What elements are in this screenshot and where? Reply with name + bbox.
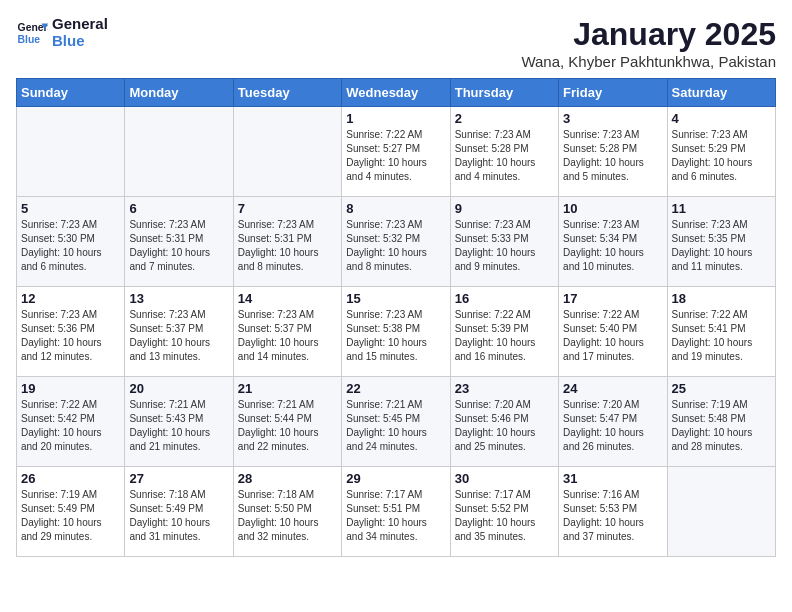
day-number: 1	[346, 111, 445, 126]
calendar-week-4: 19Sunrise: 7:22 AM Sunset: 5:42 PM Dayli…	[17, 377, 776, 467]
day-header-thursday: Thursday	[450, 79, 558, 107]
day-info: Sunrise: 7:23 AM Sunset: 5:32 PM Dayligh…	[346, 218, 445, 274]
calendar-cell: 5Sunrise: 7:23 AM Sunset: 5:30 PM Daylig…	[17, 197, 125, 287]
day-info: Sunrise: 7:21 AM Sunset: 5:43 PM Dayligh…	[129, 398, 228, 454]
day-info: Sunrise: 7:20 AM Sunset: 5:47 PM Dayligh…	[563, 398, 662, 454]
day-info: Sunrise: 7:23 AM Sunset: 5:37 PM Dayligh…	[129, 308, 228, 364]
logo: General Blue General Blue	[16, 16, 108, 49]
calendar-cell: 14Sunrise: 7:23 AM Sunset: 5:37 PM Dayli…	[233, 287, 341, 377]
calendar-cell	[233, 107, 341, 197]
page-header: General Blue General Blue January 2025 W…	[16, 16, 776, 70]
calendar-table: SundayMondayTuesdayWednesdayThursdayFrid…	[16, 78, 776, 557]
calendar-cell: 2Sunrise: 7:23 AM Sunset: 5:28 PM Daylig…	[450, 107, 558, 197]
day-number: 24	[563, 381, 662, 396]
day-number: 17	[563, 291, 662, 306]
day-number: 12	[21, 291, 120, 306]
calendar-cell: 28Sunrise: 7:18 AM Sunset: 5:50 PM Dayli…	[233, 467, 341, 557]
day-number: 21	[238, 381, 337, 396]
day-info: Sunrise: 7:23 AM Sunset: 5:31 PM Dayligh…	[238, 218, 337, 274]
calendar-cell: 19Sunrise: 7:22 AM Sunset: 5:42 PM Dayli…	[17, 377, 125, 467]
day-info: Sunrise: 7:21 AM Sunset: 5:45 PM Dayligh…	[346, 398, 445, 454]
day-info: Sunrise: 7:23 AM Sunset: 5:35 PM Dayligh…	[672, 218, 771, 274]
day-number: 19	[21, 381, 120, 396]
day-info: Sunrise: 7:18 AM Sunset: 5:49 PM Dayligh…	[129, 488, 228, 544]
day-number: 26	[21, 471, 120, 486]
calendar-week-5: 26Sunrise: 7:19 AM Sunset: 5:49 PM Dayli…	[17, 467, 776, 557]
day-info: Sunrise: 7:22 AM Sunset: 5:40 PM Dayligh…	[563, 308, 662, 364]
calendar-body: 1Sunrise: 7:22 AM Sunset: 5:27 PM Daylig…	[17, 107, 776, 557]
day-number: 16	[455, 291, 554, 306]
day-number: 9	[455, 201, 554, 216]
calendar-cell: 9Sunrise: 7:23 AM Sunset: 5:33 PM Daylig…	[450, 197, 558, 287]
day-number: 2	[455, 111, 554, 126]
calendar-cell: 10Sunrise: 7:23 AM Sunset: 5:34 PM Dayli…	[559, 197, 667, 287]
day-info: Sunrise: 7:23 AM Sunset: 5:28 PM Dayligh…	[563, 128, 662, 184]
calendar-title: January 2025	[521, 16, 776, 53]
calendar-cell	[125, 107, 233, 197]
day-info: Sunrise: 7:22 AM Sunset: 5:42 PM Dayligh…	[21, 398, 120, 454]
day-number: 29	[346, 471, 445, 486]
day-number: 10	[563, 201, 662, 216]
calendar-cell: 1Sunrise: 7:22 AM Sunset: 5:27 PM Daylig…	[342, 107, 450, 197]
calendar-week-2: 5Sunrise: 7:23 AM Sunset: 5:30 PM Daylig…	[17, 197, 776, 287]
calendar-cell: 25Sunrise: 7:19 AM Sunset: 5:48 PM Dayli…	[667, 377, 775, 467]
day-number: 14	[238, 291, 337, 306]
day-info: Sunrise: 7:19 AM Sunset: 5:49 PM Dayligh…	[21, 488, 120, 544]
day-header-tuesday: Tuesday	[233, 79, 341, 107]
day-number: 31	[563, 471, 662, 486]
calendar-cell: 24Sunrise: 7:20 AM Sunset: 5:47 PM Dayli…	[559, 377, 667, 467]
day-header-wednesday: Wednesday	[342, 79, 450, 107]
calendar-cell: 26Sunrise: 7:19 AM Sunset: 5:49 PM Dayli…	[17, 467, 125, 557]
calendar-cell: 31Sunrise: 7:16 AM Sunset: 5:53 PM Dayli…	[559, 467, 667, 557]
calendar-cell: 6Sunrise: 7:23 AM Sunset: 5:31 PM Daylig…	[125, 197, 233, 287]
calendar-cell: 15Sunrise: 7:23 AM Sunset: 5:38 PM Dayli…	[342, 287, 450, 377]
day-info: Sunrise: 7:23 AM Sunset: 5:31 PM Dayligh…	[129, 218, 228, 274]
day-info: Sunrise: 7:23 AM Sunset: 5:33 PM Dayligh…	[455, 218, 554, 274]
day-info: Sunrise: 7:21 AM Sunset: 5:44 PM Dayligh…	[238, 398, 337, 454]
calendar-cell: 27Sunrise: 7:18 AM Sunset: 5:49 PM Dayli…	[125, 467, 233, 557]
day-number: 11	[672, 201, 771, 216]
day-info: Sunrise: 7:17 AM Sunset: 5:51 PM Dayligh…	[346, 488, 445, 544]
calendar-cell: 7Sunrise: 7:23 AM Sunset: 5:31 PM Daylig…	[233, 197, 341, 287]
day-number: 7	[238, 201, 337, 216]
logo-icon: General Blue	[16, 17, 48, 49]
day-info: Sunrise: 7:23 AM Sunset: 5:34 PM Dayligh…	[563, 218, 662, 274]
day-number: 30	[455, 471, 554, 486]
day-info: Sunrise: 7:23 AM Sunset: 5:28 PM Dayligh…	[455, 128, 554, 184]
calendar-cell: 17Sunrise: 7:22 AM Sunset: 5:40 PM Dayli…	[559, 287, 667, 377]
day-info: Sunrise: 7:22 AM Sunset: 5:27 PM Dayligh…	[346, 128, 445, 184]
day-info: Sunrise: 7:17 AM Sunset: 5:52 PM Dayligh…	[455, 488, 554, 544]
logo-text-general: General	[52, 16, 108, 33]
day-number: 23	[455, 381, 554, 396]
day-info: Sunrise: 7:23 AM Sunset: 5:29 PM Dayligh…	[672, 128, 771, 184]
day-number: 15	[346, 291, 445, 306]
day-header-monday: Monday	[125, 79, 233, 107]
calendar-cell: 30Sunrise: 7:17 AM Sunset: 5:52 PM Dayli…	[450, 467, 558, 557]
day-number: 13	[129, 291, 228, 306]
calendar-cell: 12Sunrise: 7:23 AM Sunset: 5:36 PM Dayli…	[17, 287, 125, 377]
day-header-friday: Friday	[559, 79, 667, 107]
day-info: Sunrise: 7:20 AM Sunset: 5:46 PM Dayligh…	[455, 398, 554, 454]
day-info: Sunrise: 7:19 AM Sunset: 5:48 PM Dayligh…	[672, 398, 771, 454]
day-info: Sunrise: 7:23 AM Sunset: 5:36 PM Dayligh…	[21, 308, 120, 364]
day-number: 6	[129, 201, 228, 216]
day-info: Sunrise: 7:18 AM Sunset: 5:50 PM Dayligh…	[238, 488, 337, 544]
calendar-cell: 4Sunrise: 7:23 AM Sunset: 5:29 PM Daylig…	[667, 107, 775, 197]
calendar-cell: 29Sunrise: 7:17 AM Sunset: 5:51 PM Dayli…	[342, 467, 450, 557]
day-number: 3	[563, 111, 662, 126]
calendar-cell: 13Sunrise: 7:23 AM Sunset: 5:37 PM Dayli…	[125, 287, 233, 377]
day-number: 27	[129, 471, 228, 486]
day-number: 18	[672, 291, 771, 306]
day-number: 20	[129, 381, 228, 396]
calendar-week-3: 12Sunrise: 7:23 AM Sunset: 5:36 PM Dayli…	[17, 287, 776, 377]
calendar-cell: 20Sunrise: 7:21 AM Sunset: 5:43 PM Dayli…	[125, 377, 233, 467]
day-number: 25	[672, 381, 771, 396]
day-number: 28	[238, 471, 337, 486]
day-number: 22	[346, 381, 445, 396]
day-info: Sunrise: 7:22 AM Sunset: 5:39 PM Dayligh…	[455, 308, 554, 364]
calendar-cell: 18Sunrise: 7:22 AM Sunset: 5:41 PM Dayli…	[667, 287, 775, 377]
day-info: Sunrise: 7:22 AM Sunset: 5:41 PM Dayligh…	[672, 308, 771, 364]
day-info: Sunrise: 7:23 AM Sunset: 5:30 PM Dayligh…	[21, 218, 120, 274]
calendar-cell	[17, 107, 125, 197]
title-block: January 2025 Wana, Khyber Pakhtunkhwa, P…	[521, 16, 776, 70]
